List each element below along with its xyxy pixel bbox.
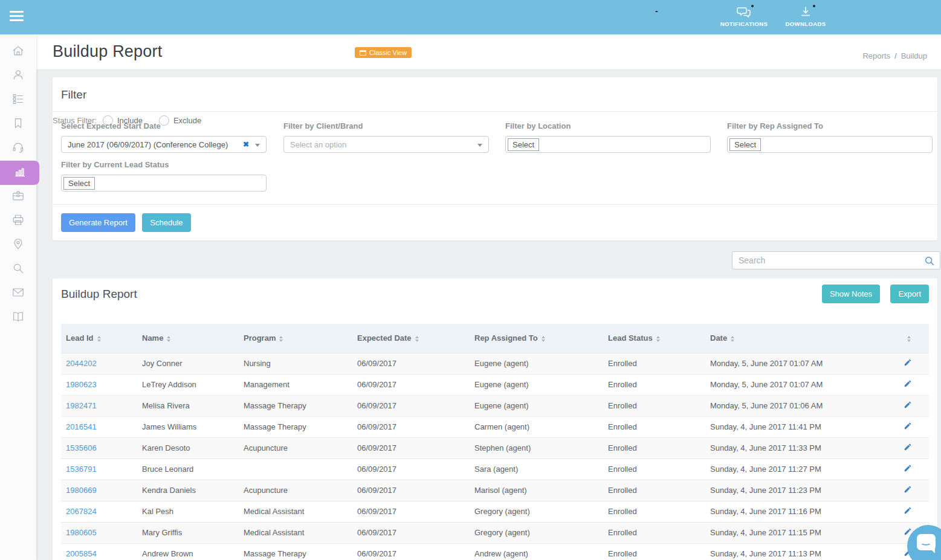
edit-pencil-icon[interactable]	[904, 422, 912, 432]
sort-icon	[542, 336, 545, 342]
location-select[interactable]: Select	[505, 136, 711, 153]
lead-id-link[interactable]: 1980669	[66, 486, 97, 495]
edit-pencil-icon[interactable]	[904, 464, 912, 474]
bookmark-icon	[11, 117, 25, 132]
column-header-name[interactable]: Name	[137, 324, 239, 353]
location-token[interactable]: Select	[508, 138, 539, 151]
rep-assigned-cell: Eugene (agent)	[470, 353, 603, 374]
report-table-wrap: Lead IdNameProgramExpected DateRep Assig…	[61, 324, 929, 560]
sidebar-item-lists[interactable]	[0, 88, 36, 112]
rep-assigned-select[interactable]: Select	[727, 136, 933, 153]
sidebar-item-contacts[interactable]	[0, 64, 36, 88]
search-input[interactable]	[732, 252, 940, 269]
sidebar-item-print[interactable]	[0, 209, 36, 233]
lead-id-link[interactable]: 2016541	[66, 422, 97, 431]
lead-id-cell: 1980623	[61, 374, 137, 395]
lead-id-cell: 1980605	[61, 522, 137, 543]
column-header-expected-date[interactable]: Expected Date	[352, 324, 470, 353]
mail-icon	[11, 286, 25, 301]
sort-icon	[415, 336, 419, 342]
sidebar-item-jobs[interactable]	[0, 185, 36, 209]
name-cell: Joy Conner	[137, 353, 239, 374]
search-icon[interactable]	[924, 256, 935, 269]
sort-icon	[279, 336, 283, 342]
top-bar: - NOTIFICATIONS DOWNLOADS	[0, 0, 941, 34]
sidebar-item-reports[interactable]	[0, 161, 39, 185]
column-header-lead-status[interactable]: Lead Status	[603, 324, 705, 353]
lead-id-link[interactable]: 1535606	[66, 443, 97, 452]
column-header-date[interactable]: Date	[705, 324, 878, 353]
sidebar-item-home[interactable]	[0, 40, 36, 64]
clear-selection-icon[interactable]: ✖	[243, 140, 249, 149]
program-cell: Acupuncture	[239, 437, 352, 459]
schedule-button[interactable]: Schedule	[142, 213, 190, 232]
expected-date-cell: 06/09/2017	[352, 437, 470, 459]
lead-id-link[interactable]: 1536791	[66, 465, 97, 474]
date-cell: Sunday, 4, June 2017 11:13 PM	[705, 543, 878, 560]
rep-assigned-cell: Marisol (agent)	[470, 480, 603, 501]
edit-cell	[878, 437, 929, 459]
table-row: 1980623LeTrey AddisonManagement06/09/201…	[61, 374, 929, 395]
edit-pencil-icon[interactable]	[904, 506, 912, 517]
report-table: Lead IdNameProgramExpected DateRep Assig…	[61, 324, 929, 560]
export-button[interactable]: Export	[890, 285, 929, 303]
classic-view-button[interactable]: Classic View	[355, 47, 412, 58]
sidebar-item-locations[interactable]	[0, 233, 36, 257]
report-panel: Buildup Report Show Notes Export Lead Id…	[53, 278, 937, 560]
lead-status-select[interactable]: Select	[61, 175, 267, 191]
expected-start-date-select[interactable]: June 2017 (06/09/2017) (Conference Colle…	[61, 136, 267, 153]
show-notes-button[interactable]: Show Notes	[822, 285, 880, 303]
edit-pencil-icon[interactable]	[904, 485, 912, 495]
chat-bubbles-icon	[736, 5, 752, 19]
column-header-rep-assigned-to[interactable]: Rep Assigned To	[470, 324, 603, 353]
lead-id-link[interactable]: 1982471	[66, 401, 97, 410]
edit-pencil-icon[interactable]	[904, 443, 912, 453]
breadcrumb-parent[interactable]: Reports	[862, 51, 890, 60]
program-cell: Medical Assistant	[239, 501, 352, 522]
table-row: 1980669Kendra DanielsAcupuncture06/09/20…	[61, 480, 929, 501]
downloads-button[interactable]: DOWNLOADS	[778, 5, 833, 27]
sidebar-item-search[interactable]	[0, 257, 36, 282]
lead-id-link[interactable]: 2067824	[66, 507, 97, 516]
sidebar-item-docs[interactable]	[0, 306, 36, 330]
edit-cell	[878, 459, 929, 480]
lead-status-cell: Enrolled	[603, 501, 705, 522]
sidebar-item-bookmarks[interactable]	[0, 112, 36, 137]
expected-date-cell: 06/09/2017	[352, 374, 470, 395]
expected-date-cell: 06/09/2017	[352, 353, 470, 374]
generate-report-button[interactable]: Generate Report	[61, 213, 135, 232]
map-pin-icon	[11, 237, 25, 253]
location-label: Filter by Location	[505, 121, 711, 130]
rep-assigned-token[interactable]: Select	[729, 138, 761, 151]
name-cell: Mary Griffis	[137, 522, 239, 543]
client-brand-select[interactable]: Select an option	[283, 136, 489, 153]
lead-id-link[interactable]: 1980623	[66, 380, 97, 389]
lead-status-token[interactable]: Select	[63, 177, 95, 190]
lead-id-link[interactable]: 2005854	[66, 549, 97, 558]
edit-pencil-icon[interactable]	[904, 379, 912, 390]
edit-pencil-icon[interactable]	[904, 358, 912, 369]
lead-id-link[interactable]: 1980605	[66, 528, 97, 537]
notifications-button[interactable]: NOTIFICATIONS	[714, 5, 774, 27]
program-cell: Massage Therapy	[239, 416, 352, 437]
lead-id-link[interactable]: 2044202	[66, 359, 97, 368]
date-cell: Sunday, 4, June 2017 11:33 PM	[705, 437, 878, 459]
main-content: Buildup Report Classic View Reports/Buil…	[36, 34, 941, 560]
sidebar-item-mail[interactable]	[0, 282, 36, 306]
notification-badge	[750, 4, 755, 8]
lead-status-cell: Enrolled	[603, 395, 705, 416]
home-icon	[11, 44, 25, 60]
sidebar-item-support[interactable]	[0, 137, 36, 161]
column-header-lead-id[interactable]: Lead Id	[61, 324, 137, 353]
edit-pencil-icon[interactable]	[904, 401, 912, 411]
column-header-program[interactable]: Program	[239, 324, 352, 353]
table-row: 2016541James WilliamsMassage Therapy06/0…	[61, 416, 929, 437]
lead-id-cell: 2044202	[61, 353, 137, 374]
lead-status-cell: Enrolled	[603, 374, 705, 395]
search-icon	[11, 262, 25, 277]
column-header-actions[interactable]	[878, 324, 929, 353]
lead-status-cell: Enrolled	[603, 459, 705, 480]
lead-status-cell: Enrolled	[603, 416, 705, 437]
lead-status-cell: Enrolled	[603, 480, 705, 501]
hamburger-menu-icon[interactable]	[10, 11, 24, 24]
